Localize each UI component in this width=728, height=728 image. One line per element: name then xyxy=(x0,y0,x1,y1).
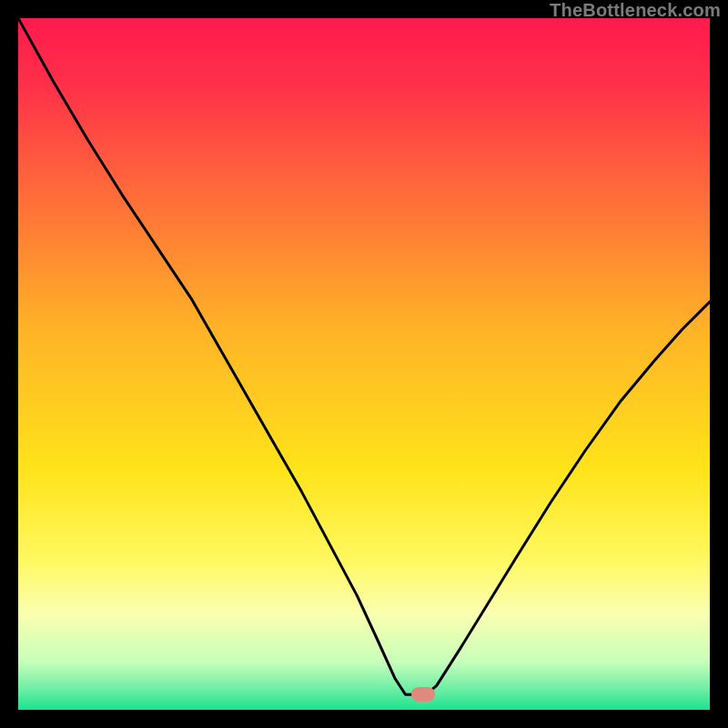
optimal-point-marker xyxy=(411,687,435,702)
plot-area xyxy=(18,18,710,710)
bottleneck-curve xyxy=(18,18,710,710)
chart-frame: TheBottleneck.com xyxy=(0,0,728,728)
